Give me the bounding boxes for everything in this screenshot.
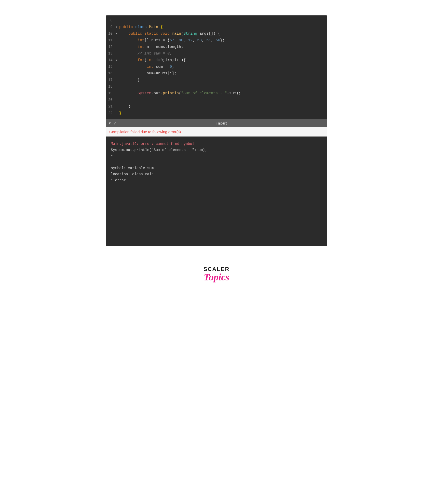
terminal-line-4 bbox=[111, 159, 322, 165]
line-number-10: 10 bbox=[106, 31, 116, 36]
terminal-symbol-line: symbol: variable sum bbox=[111, 166, 154, 170]
code-content-10: public static void main(String args[]) { bbox=[119, 31, 220, 37]
code-editor: 8 9 ▾ public class Main { 10 ▾ public st… bbox=[106, 15, 327, 119]
terminal-line-6: location: class Main bbox=[111, 171, 322, 178]
terminal-error-line: Main.java:19: error: cannot find symbol bbox=[111, 142, 194, 146]
code-line-9: 9 ▾ public class Main { bbox=[106, 24, 327, 31]
code-content-14: for(int i=0;i<n;i++){ bbox=[119, 57, 186, 63]
terminal-line-1: Main.java:19: error: cannot find symbol bbox=[111, 141, 322, 147]
line-number-16: 16 bbox=[106, 71, 116, 76]
line-number-9: 9 bbox=[106, 24, 116, 30]
terminal-location-line: location: class Main bbox=[111, 172, 154, 176]
code-line-12: 12 int n = nums.length; bbox=[106, 44, 327, 51]
code-line-19: 19 System.out.println("Sum of elements -… bbox=[106, 90, 327, 97]
terminal-println-line: System.out.println("Sum of elements - "+… bbox=[111, 148, 207, 152]
line-indicator-9: ▾ bbox=[116, 25, 119, 30]
brand-topics-text: Topics bbox=[204, 272, 229, 283]
code-content-12: int n = nums.length; bbox=[119, 44, 183, 50]
line-number-18: 18 bbox=[106, 84, 116, 89]
line-number-21: 21 bbox=[106, 104, 116, 109]
code-area: 8 9 ▾ public class Main { 10 ▾ public st… bbox=[106, 16, 327, 119]
code-content-9: public class Main { bbox=[119, 24, 163, 30]
line-number-19: 19 bbox=[106, 90, 116, 96]
input-bar: ▾ ⤢ input bbox=[106, 119, 327, 127]
line-number-22: 22 bbox=[106, 110, 116, 116]
expand-icon[interactable]: ⤢ bbox=[113, 121, 117, 126]
code-content-19: System.out.println("Sum of elements - "+… bbox=[119, 90, 241, 97]
code-content-22: } bbox=[119, 110, 121, 116]
code-line-22: 22 } bbox=[106, 110, 327, 117]
code-line-8: 8 bbox=[106, 18, 327, 24]
line-number-12: 12 bbox=[106, 44, 116, 50]
terminal-line-7: 1 error bbox=[111, 178, 322, 184]
code-content-11: int[] nums = {67, 90, 12, 53, 51, 66}; bbox=[119, 37, 225, 44]
code-content-21: } bbox=[119, 104, 131, 110]
code-content-16: sum+=nums[i]; bbox=[119, 71, 177, 77]
line-number-20: 20 bbox=[106, 97, 116, 103]
input-bar-label: input bbox=[119, 121, 324, 125]
line-number-17: 17 bbox=[106, 77, 116, 83]
terminal-line-5: symbol: variable sum bbox=[111, 165, 322, 171]
terminal-line-3: ^ bbox=[111, 153, 322, 159]
code-content-17: } bbox=[119, 77, 140, 83]
code-line-18: 18 bbox=[106, 84, 327, 90]
terminal-output: Main.java:19: error: cannot find symbol … bbox=[106, 137, 327, 246]
code-line-16: 16 sum+=nums[i]; bbox=[106, 71, 327, 77]
line-number-13: 13 bbox=[106, 51, 116, 56]
terminal-count-line: 1 error bbox=[111, 178, 126, 182]
code-line-10: 10 ▾ public static void main(String args… bbox=[106, 31, 327, 37]
compilation-error-message: Compilation failed due to following erro… bbox=[106, 127, 327, 137]
main-container: 8 9 ▾ public class Main { 10 ▾ public st… bbox=[106, 15, 327, 283]
code-line-11: 11 int[] nums = {67, 90, 12, 53, 51, 66}… bbox=[106, 37, 327, 44]
chevron-down-icon[interactable]: ▾ bbox=[109, 121, 111, 126]
terminal-caret-line: ^ bbox=[111, 154, 113, 158]
line-number-8: 8 bbox=[106, 18, 116, 23]
code-line-14: 14 ▾ for(int i=0;i<n;i++){ bbox=[106, 57, 327, 64]
branding-section: SCALER Topics bbox=[106, 266, 327, 283]
code-line-13: 13 // int sum = 0; bbox=[106, 51, 327, 57]
code-line-21: 21 } bbox=[106, 104, 327, 110]
brand-scaler-text: SCALER bbox=[204, 266, 229, 272]
code-line-15: 15 int sum = 0; bbox=[106, 64, 327, 71]
compilation-error-text: Compilation failed due to following erro… bbox=[109, 130, 182, 134]
line-indicator-10: ▾ bbox=[116, 31, 119, 37]
terminal-line-2: System.out.println("Sum of elements - "+… bbox=[111, 147, 322, 153]
code-line-17: 17 } bbox=[106, 77, 327, 84]
terminal-blank-line bbox=[111, 160, 113, 164]
line-number-15: 15 bbox=[106, 64, 116, 70]
code-content-15: int sum = 0; bbox=[119, 64, 174, 70]
line-number-14: 14 bbox=[106, 57, 116, 63]
code-line-20: 20 bbox=[106, 97, 327, 104]
code-content-13: // int sum = 0; bbox=[119, 51, 172, 57]
line-number-11: 11 bbox=[106, 37, 116, 43]
line-indicator-14: ▾ bbox=[116, 58, 119, 63]
